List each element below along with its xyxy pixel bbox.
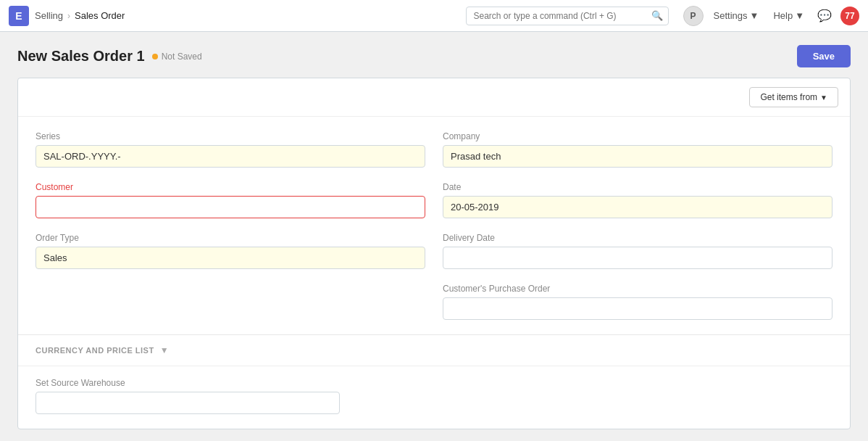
delivery-date-label: Delivery Date bbox=[443, 233, 832, 243]
currency-section[interactable]: CURRENCY AND PRICE LIST ▼ bbox=[18, 334, 850, 366]
warehouse-input[interactable] bbox=[36, 392, 340, 414]
navbar: E Selling › Sales Order 🔍 P Settings ▼ H… bbox=[0, 0, 868, 32]
breadcrumb-chevron: › bbox=[67, 11, 70, 21]
content-area: Get items from ▼ Series Company Customer bbox=[0, 78, 868, 441]
date-label: Date bbox=[443, 182, 832, 192]
save-button[interactable]: Save bbox=[797, 45, 851, 67]
get-items-dropdown-icon: ▼ bbox=[820, 94, 827, 102]
purchase-order-input[interactable] bbox=[443, 297, 832, 320]
currency-chevron-icon: ▼ bbox=[160, 345, 169, 355]
navbar-right: P Settings ▼ Help ▼ 💬 77 bbox=[683, 6, 859, 26]
brand-logo[interactable]: E bbox=[9, 6, 29, 26]
order-type-group: Order Type bbox=[36, 233, 425, 269]
company-input[interactable] bbox=[443, 145, 832, 168]
breadcrumb-sales-order: Sales Order bbox=[75, 10, 125, 21]
purchase-order-label: Customer's Purchase Order bbox=[443, 284, 832, 294]
notification-icon[interactable]: 💬 bbox=[814, 6, 835, 25]
settings-chevron-icon: ▼ bbox=[750, 10, 759, 21]
help-chevron-icon: ▼ bbox=[795, 10, 804, 21]
customer-input[interactable] bbox=[36, 196, 425, 218]
status-dot bbox=[152, 54, 158, 59]
series-input[interactable] bbox=[36, 145, 425, 168]
breadcrumb: Selling › Sales Order bbox=[35, 10, 125, 21]
warehouse-section: Set Source Warehouse bbox=[18, 366, 850, 429]
purchase-order-group: Customer's Purchase Order bbox=[443, 284, 832, 320]
page-title-area: New Sales Order 1 Not Saved bbox=[17, 48, 202, 65]
settings-button[interactable]: Settings ▼ bbox=[709, 7, 764, 24]
main-card: Get items from ▼ Series Company Customer bbox=[17, 78, 851, 429]
notification-badge[interactable]: 77 bbox=[840, 7, 859, 25]
form-grid: Series Company Customer Date Order Type bbox=[18, 117, 850, 334]
customer-group: Customer bbox=[36, 182, 425, 218]
series-label: Series bbox=[36, 131, 425, 141]
search-bar: 🔍 bbox=[466, 7, 669, 25]
delivery-date-group: Delivery Date bbox=[443, 233, 832, 269]
order-type-label: Order Type bbox=[36, 233, 425, 243]
breadcrumb-selling[interactable]: Selling bbox=[35, 10, 63, 21]
order-type-input[interactable] bbox=[36, 247, 425, 269]
date-input[interactable] bbox=[443, 196, 832, 218]
page-header: New Sales Order 1 Not Saved Save bbox=[0, 32, 868, 78]
help-button[interactable]: Help ▼ bbox=[769, 7, 809, 24]
series-group: Series bbox=[36, 131, 425, 168]
currency-label: CURRENCY AND PRICE LIST bbox=[36, 346, 154, 355]
empty-left-cell bbox=[36, 284, 425, 320]
company-group: Company bbox=[443, 131, 832, 168]
status-text: Not Saved bbox=[162, 51, 202, 62]
search-input[interactable] bbox=[466, 7, 669, 25]
company-label: Company bbox=[443, 131, 832, 141]
status-badge: Not Saved bbox=[152, 51, 202, 62]
avatar[interactable]: P bbox=[683, 6, 704, 26]
get-items-button[interactable]: Get items from ▼ bbox=[749, 87, 838, 107]
warehouse-label: Set Source Warehouse bbox=[36, 378, 832, 388]
search-icon: 🔍 bbox=[651, 10, 663, 21]
card-header-row: Get items from ▼ bbox=[18, 78, 850, 117]
date-group: Date bbox=[443, 182, 832, 218]
customer-label: Customer bbox=[36, 182, 425, 192]
page-title: New Sales Order 1 bbox=[17, 48, 145, 65]
delivery-date-input[interactable] bbox=[443, 247, 832, 269]
